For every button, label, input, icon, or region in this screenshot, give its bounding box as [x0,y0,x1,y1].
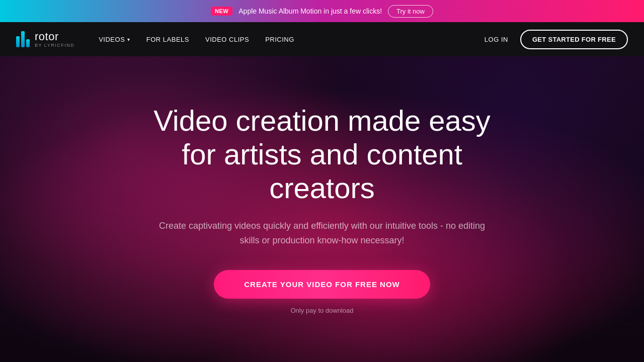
hero-section: Video creation made easy for artists and… [0,56,644,362]
hero-content: Video creation made easy for artists and… [121,104,523,314]
navbar: rotor BY LYRICFIND VIDEOS ▾ FOR LABELS V… [0,22,644,56]
announcement-text: Apple Music Album Motion in just a few c… [238,7,382,15]
login-button[interactable]: LOG IN [485,36,508,43]
announcement-bar: NEW Apple Music Album Motion in just a f… [0,0,644,22]
hero-subtitle: Create captivating videos quickly and ef… [156,219,488,248]
cta-note: Only pay to download [141,307,503,314]
logo-bar-1 [16,36,20,47]
logo-bar-2 [21,31,25,47]
logo-bar-3 [26,39,30,47]
logo-icon [16,31,30,47]
logo-main-text: rotor [35,31,74,42]
cta-button[interactable]: CREATE YOUR VIDEO FOR FREE NOW [214,270,430,299]
chevron-down-icon: ▾ [127,37,130,42]
nav-link-video-clips[interactable]: VIDEO CLIPS [205,36,249,43]
nav-right: LOG IN GET STARTED FOR FREE [485,30,628,49]
announcement-cta-button[interactable]: Try it now [388,5,433,18]
nav-link-videos[interactable]: VIDEOS ▾ [99,36,130,43]
logo-link[interactable]: rotor BY LYRICFIND [16,31,74,48]
logo-text: rotor BY LYRICFIND [35,31,74,48]
logo-sub-text: BY LYRICFIND [35,43,74,48]
get-started-button[interactable]: GET STARTED FOR FREE [520,30,628,49]
new-badge: NEW [211,7,232,16]
nav-link-for-labels[interactable]: FOR LABELS [146,36,189,43]
nav-link-pricing[interactable]: PRICING [265,36,294,43]
hero-title: Video creation made easy for artists and… [141,104,503,205]
nav-links: VIDEOS ▾ FOR LABELS VIDEO CLIPS PRICING [99,36,485,43]
